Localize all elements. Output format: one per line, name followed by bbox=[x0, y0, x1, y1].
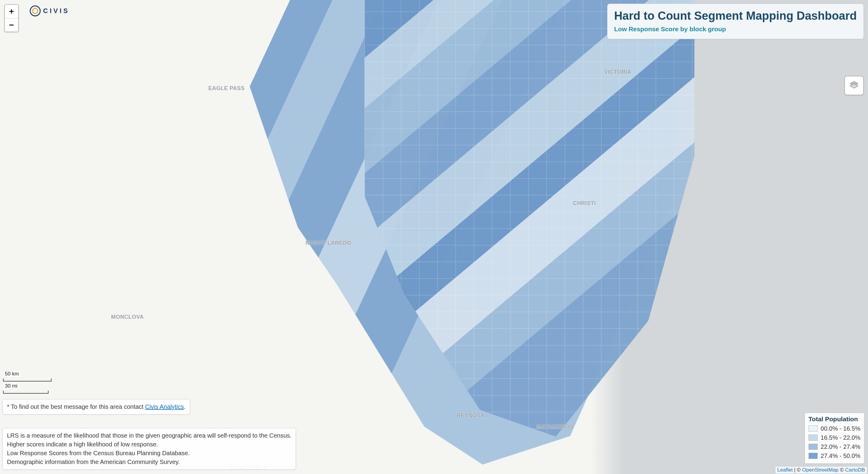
legend-title: Total Population bbox=[809, 415, 860, 423]
zoom-out-button[interactable]: − bbox=[5, 18, 18, 32]
info-lrs-line1: LRS is a measure of the likelihood that … bbox=[7, 431, 291, 440]
legend-swatch bbox=[809, 444, 818, 450]
zoom-in-button[interactable]: + bbox=[5, 5, 18, 18]
scale-km-line bbox=[3, 378, 52, 381]
zoom-control: + − bbox=[4, 4, 19, 32]
info-contact-box: * To find out the best message for this … bbox=[2, 399, 190, 415]
info-lrs-line3: Low Response Scores from the Census Bure… bbox=[7, 449, 291, 457]
brand-logo-icon bbox=[30, 5, 41, 17]
dashboard-title: Hard to Count Segment Mapping Dashboard bbox=[614, 9, 857, 23]
info-lrs-box: LRS is a measure of the likelihood that … bbox=[2, 428, 296, 470]
brand-logo-text: CIVIS bbox=[43, 7, 69, 15]
legend-row: 00.0% - 16.5% bbox=[809, 424, 860, 433]
legend-row: 22.0% - 27.4% bbox=[809, 442, 860, 451]
attrib-sep2: © bbox=[839, 467, 845, 473]
legend-row: 27.4% - 50.0% bbox=[809, 451, 860, 460]
legend-swatch bbox=[809, 453, 818, 459]
city-label: CHRISTI bbox=[573, 200, 596, 207]
title-card: Hard to Count Segment Mapping Dashboard … bbox=[607, 4, 864, 39]
legend: Total Population 00.0% - 16.5%16.5% - 22… bbox=[805, 413, 864, 464]
carto-link[interactable]: CartoDB bbox=[845, 467, 865, 473]
info-lrs-line4: Demographic information from the America… bbox=[7, 457, 291, 466]
city-label: VICTORIA bbox=[604, 69, 631, 75]
city-label: NUEVO LAREDO bbox=[305, 240, 351, 246]
dashboard-subtitle: Low Response Score by block group bbox=[614, 26, 857, 33]
legend-swatch bbox=[809, 425, 818, 432]
civis-analytics-link[interactable]: Civis Analytics bbox=[145, 403, 184, 410]
brand-logo: CIVIS bbox=[30, 5, 69, 17]
info-lrs-line2: Higher scores indicate a high likelihood… bbox=[7, 440, 291, 449]
scale-km-label: 50 km bbox=[3, 371, 21, 377]
scale-bar: 50 km 30 mi bbox=[3, 371, 52, 395]
leaflet-link[interactable]: Leaflet bbox=[777, 467, 793, 473]
osm-link[interactable]: OpenStreetMap bbox=[802, 467, 839, 473]
scale-mi-label: 30 mi bbox=[3, 383, 20, 389]
city-label: REYNOSA bbox=[457, 412, 485, 419]
legend-row: 16.5% - 22.0% bbox=[809, 433, 860, 442]
map-attribution: Leaflet | © OpenStreetMap © CartoDB bbox=[775, 467, 867, 473]
legend-label: 27.4% - 50.0% bbox=[821, 451, 860, 460]
legend-label: 22.0% - 27.4% bbox=[821, 442, 860, 451]
legend-label: 16.5% - 22.0% bbox=[821, 433, 860, 442]
city-label: EAGLE PASS bbox=[208, 85, 245, 92]
map-root[interactable]: EAGLE PASSVICTORIACHRISTINUEVO LAREDOMON… bbox=[0, 0, 868, 474]
info-contact-suffix: . bbox=[184, 403, 186, 410]
info-contact-prefix: * To find out the best message for this … bbox=[7, 403, 145, 410]
layers-icon bbox=[848, 80, 860, 91]
layers-toggle-button[interactable] bbox=[844, 76, 864, 95]
legend-label: 00.0% - 16.5% bbox=[821, 424, 860, 433]
scale-mi-line bbox=[3, 390, 49, 393]
city-label: MONCLOVA bbox=[111, 314, 144, 320]
attrib-sep1: | © bbox=[793, 467, 802, 473]
legend-swatch bbox=[809, 435, 818, 441]
city-label: MATAMOROS bbox=[536, 424, 574, 430]
